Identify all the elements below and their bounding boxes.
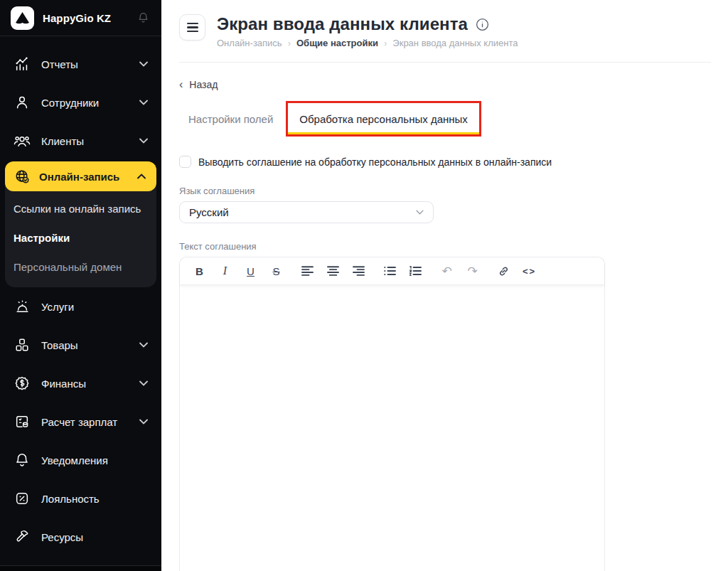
sidebar-subitem-online-booking-links[interactable]: Ссылки на онлайн запись [5,191,156,223]
language-select-value: Русский [189,206,229,218]
sidebar-item-label: Товары [41,339,129,351]
breadcrumb-separator: › [384,38,387,48]
bell-icon [137,11,149,24]
breadcrumb-item[interactable]: Экран ввода данных клиента [392,38,518,48]
sidebar-item-label: Сотрудники [41,97,129,109]
sidebar: HappyGio KZ Отчеты [0,0,161,571]
tab-personal-data-processing[interactable]: Обработка персональных данных [288,113,479,125]
sidebar-item-label: Онлайн-запись [39,171,129,183]
brand-row: HappyGio KZ [0,0,161,36]
breadcrumb-item[interactable]: Онлайн-запись [217,38,282,48]
agreement-text-label: Текст соглашения [179,241,728,252]
underline-button[interactable]: U [240,261,261,282]
editor-toolbar: B I U S [180,257,604,285]
sidebar-item-label: Уведомления [41,454,148,466]
chevron-down-icon [139,419,148,425]
bold-button[interactable]: B [189,261,210,282]
breadcrumb: Онлайн-запись › Общие настройки › Экран … [217,38,518,48]
language-field-label: Язык соглашения [179,186,728,196]
employees-icon [14,95,31,110]
title-block: Экран ввода данных клиента Онлайн-запись… [217,14,518,48]
sidebar-item-finance[interactable]: Финансы [0,364,161,402]
sidebar-item-label: Ресурсы [41,531,148,543]
sidebar-item-clients[interactable]: Клиенты [0,122,161,160]
sidebar-item-label: Отчеты [41,58,129,70]
sidebar-nav: Отчеты Сотрудники [0,36,161,565]
notifications-bell-button[interactable] [137,11,149,24]
sidebar-item-products[interactable]: Товары [0,326,161,364]
sidebar-item-label: Расчет зарплат [41,416,129,428]
page-content: ‹ Назад Настройки полей Обработка персон… [161,63,728,571]
redo-button[interactable]: ↷ [462,261,483,282]
link-button[interactable] [493,261,514,282]
chevron-down-icon [139,100,148,105]
chevron-down-icon [139,342,148,348]
services-icon [14,299,31,314]
app-logo [11,6,34,30]
chevron-up-icon [137,174,146,179]
align-center-button[interactable] [323,261,343,282]
ordered-list-button[interactable] [405,261,426,282]
products-icon [14,337,31,353]
sidebar-item-loyalty[interactable]: Лояльность [0,479,161,518]
sidebar-footer [0,565,161,571]
sidebar-item-reports[interactable]: Отчеты [0,45,161,83]
tabs: Настройки полей Обработка персональных д… [179,101,728,137]
agreement-checkbox-row: Выводить соглашение на обработку персона… [179,156,728,168]
sidebar-subitem-settings[interactable]: Настройки [5,223,156,252]
hamburger-icon [187,23,198,25]
link-icon [498,265,510,277]
back-button[interactable]: ‹ Назад [179,78,218,91]
logo-triangle-icon [16,12,29,24]
chevron-down-icon [139,138,148,144]
italic-button[interactable]: I [215,261,235,282]
sidebar-item-resources[interactable]: Ресурсы [0,518,161,556]
breadcrumb-separator: › [288,38,291,48]
active-tab-underline [288,132,479,134]
sidebar-item-notifications[interactable]: Уведомления [0,441,161,479]
loyalty-icon [14,491,31,506]
brand-name: HappyGio KZ [43,12,129,24]
notifications-icon [14,452,31,468]
sidebar-item-label: Клиенты [41,135,129,147]
agreement-checkbox[interactable] [179,156,191,168]
bullet-list-button[interactable] [380,261,400,282]
align-left-button[interactable] [297,261,318,282]
strikethrough-button[interactable]: S [266,261,287,282]
finance-icon [14,375,31,391]
agreement-text-editor: B I U S [179,257,605,571]
resources-icon [14,529,31,545]
sidebar-item-payroll[interactable]: Расчет зарплат [0,402,161,441]
bullet-list-icon [384,266,396,276]
sidebar-item-employees[interactable]: Сотрудники [0,83,161,122]
sidebar-item-services[interactable]: Услуги [0,287,161,326]
online-booking-icon [14,169,31,185]
undo-button[interactable]: ↶ [437,261,457,282]
ordered-list-icon [410,266,422,276]
sidebar-subitem-personal-domain[interactable]: Персональный домен [5,252,156,282]
sidebar-item-online-booking[interactable]: Онлайн-запись [5,161,156,191]
clients-icon [14,133,31,149]
main-area: Экран ввода данных клиента Онлайн-запись… [161,0,728,571]
sidebar-footer-strip [0,566,161,571]
payroll-icon [14,414,31,429]
editor-text-area[interactable] [180,285,604,571]
tab-field-settings[interactable]: Настройки полей [179,113,282,125]
annotation-red-box: Обработка персональных данных [286,101,481,137]
page-header: Экран ввода данных клиента Онлайн-запись… [161,0,728,63]
sidebar-item-label: Лояльность [41,493,148,505]
chevron-down-icon [139,61,148,67]
align-right-button[interactable] [348,261,369,282]
align-center-icon [327,266,339,276]
code-button[interactable]: <> [519,261,540,282]
back-label: Назад [189,79,218,90]
info-icon[interactable] [476,18,489,31]
sidebar-group-online-booking: Онлайн-запись Ссылки на онлайн запись На… [5,161,156,287]
sidebar-toggle-button[interactable] [179,14,205,41]
agreement-checkbox-label: Выводить соглашение на обработку персона… [198,156,552,168]
breadcrumb-item[interactable]: Общие настройки [296,38,378,48]
sidebar-item-label: Финансы [41,378,129,390]
reports-icon [14,56,31,72]
sidebar-item-label: Услуги [41,301,148,313]
language-select[interactable]: Русский [179,201,434,223]
